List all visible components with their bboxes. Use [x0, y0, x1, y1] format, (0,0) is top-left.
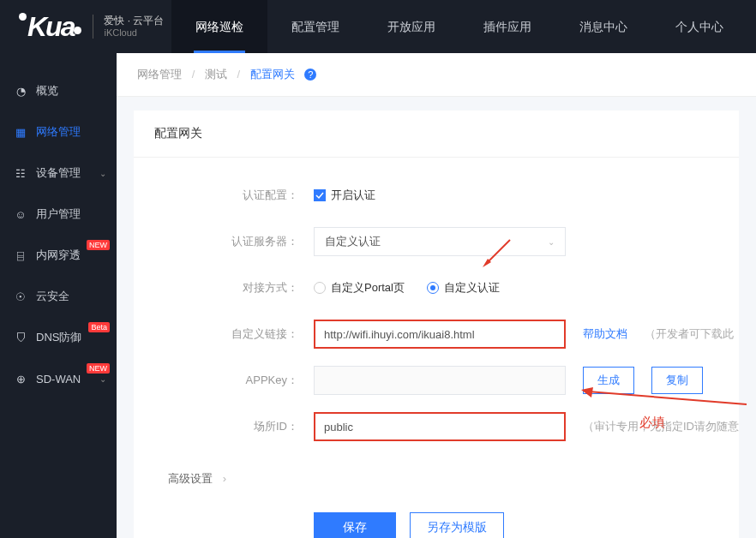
shield-icon: ☉: [14, 290, 27, 303]
sdwan-icon: ⊕: [14, 372, 27, 386]
gauge-icon: ◔: [14, 84, 27, 98]
save-button[interactable]: 保存: [314, 512, 396, 538]
tunnel-icon: ⌸: [14, 248, 27, 262]
sidebar-item-label: 设备管理: [36, 165, 81, 181]
device-icon: ☷: [14, 166, 27, 180]
logo-area: Kua 爱快 · 云平台 iKCloud: [0, 11, 171, 43]
enable-auth-checkbox[interactable]: [314, 189, 326, 201]
sidebar-item-label: SD-WAN: [36, 373, 81, 386]
dev-hint: （开发者可下载此: [645, 326, 734, 342]
required-annotation: 必填: [639, 415, 665, 431]
custom-link-input[interactable]: [314, 320, 566, 349]
save-as-template-button[interactable]: 另存为模版: [410, 512, 504, 538]
chevron-right-icon: ›: [223, 472, 226, 485]
sidebar-item-label: 用户管理: [36, 206, 81, 222]
sidebar-item-network[interactable]: ▦ 网络管理: [0, 111, 117, 152]
sidebar-item-label: 概览: [36, 83, 58, 99]
breadcrumb: 网络管理 / 测试 / 配置网关 ?: [117, 53, 756, 97]
enable-auth-label: 开启认证: [331, 188, 375, 203]
appkey-label: APPKey：: [134, 373, 314, 388]
svg-marker-1: [483, 259, 491, 267]
sidebar-item-label: 云安全: [36, 289, 69, 304]
logo: Kua: [19, 11, 82, 43]
chevron-down-icon: ⌄: [548, 237, 555, 247]
auth-server-label: 认证服务器：: [134, 234, 314, 249]
user-icon: ☺: [14, 207, 27, 221]
gateway-form: 认证配置： 开启认证 认证服务器： 自定义认证 ⌄: [134, 158, 739, 538]
chevron-down-icon: ⌄: [99, 374, 106, 384]
sidebar-item-cloud-security[interactable]: ☉ 云安全: [0, 276, 117, 317]
sidebar-item-device[interactable]: ☷ 设备管理 ⌄: [0, 152, 117, 194]
radio-icon: [427, 282, 439, 294]
tab-network-inspection[interactable]: 网络巡检: [171, 0, 267, 53]
help-doc-link[interactable]: 帮助文档: [583, 326, 627, 342]
venue-id-label: 场所ID：: [134, 419, 314, 434]
breadcrumb-current: 配置网关: [250, 68, 295, 81]
sidebar-item-label: DNS防御: [36, 330, 81, 345]
venue-id-input[interactable]: [314, 412, 566, 441]
breadcrumb-item[interactable]: 网络管理: [137, 68, 182, 81]
tab-message-center[interactable]: 消息中心: [555, 0, 651, 53]
sidebar-item-label: 网络管理: [36, 124, 81, 140]
sidebar-item-tunnel[interactable]: ⌸ 内网穿透 NEW: [0, 235, 117, 276]
tab-plugins[interactable]: 插件应用: [459, 0, 555, 53]
generate-button[interactable]: 生成: [583, 367, 634, 394]
connect-mode-label: 对接方式：: [134, 280, 314, 296]
new-badge: NEW: [87, 240, 110, 250]
sidebar-item-dns[interactable]: ⛉ DNS防御 Beta: [0, 317, 117, 358]
sidebar-item-user[interactable]: ☺ 用户管理: [0, 194, 117, 235]
tab-open-apps[interactable]: 开放应用: [363, 0, 459, 53]
radio-custom-portal[interactable]: 自定义Portal页: [314, 280, 405, 296]
copy-button[interactable]: 复制: [651, 367, 703, 394]
breadcrumb-item[interactable]: 测试: [205, 68, 227, 81]
logo-text: 爱快 · 云平台 iKCloud: [93, 15, 164, 39]
auth-server-select[interactable]: 自定义认证 ⌄: [314, 227, 566, 256]
sidebar-item-overview[interactable]: ◔ 概览: [0, 70, 117, 111]
chevron-down-icon: ⌄: [99, 169, 106, 178]
sidebar-item-label: 内网穿透: [36, 248, 81, 263]
sidebar-item-sdwan[interactable]: ⊕ SD-WAN NEW ⌄: [0, 358, 117, 399]
radio-icon: [314, 282, 326, 294]
panel-title: 配置网关: [134, 111, 739, 158]
appkey-input[interactable]: [314, 366, 566, 395]
custom-link-label: 自定义链接：: [134, 326, 314, 342]
panel: 配置网关 认证配置： 开启认证 认证服务器： 自定义认证: [134, 111, 739, 538]
radio-custom-auth[interactable]: 自定义认证: [427, 280, 500, 296]
help-icon[interactable]: ?: [304, 69, 316, 81]
top-bar: Kua 爱快 · 云平台 iKCloud 网络巡检 配置管理 开放应用 插件应用…: [0, 0, 756, 53]
tab-personal-center[interactable]: 个人中心: [651, 0, 747, 53]
new-badge: NEW: [87, 363, 110, 374]
dns-icon: ⛉: [14, 331, 27, 344]
network-icon: ▦: [14, 125, 27, 139]
top-nav: 网络巡检 配置管理 开放应用 插件应用 消息中心 个人中心: [171, 0, 747, 53]
content-area: 网络管理 / 测试 / 配置网关 ? 配置网关 认证配置： 开启认证: [117, 53, 756, 538]
advanced-settings-toggle[interactable]: 高级设置 ›: [134, 457, 739, 512]
sidebar: ◔ 概览 ▦ 网络管理 ☷ 设备管理 ⌄ ☺ 用户管理 ⌸ 内网穿透 NEW ☉…: [0, 53, 117, 538]
tab-config-manage[interactable]: 配置管理: [267, 0, 363, 53]
auth-config-label: 认证配置：: [134, 188, 314, 203]
beta-badge: Beta: [88, 322, 110, 332]
